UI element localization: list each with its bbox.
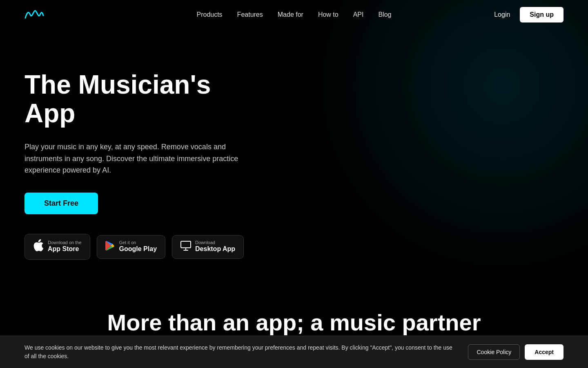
desktop-app-name: Desktop App [195,245,235,254]
hero-description: Play your music in any key, at any speed… [24,141,253,176]
hero-section: The Musician's App Play your music in an… [0,29,286,284]
app-store-label: Download on the [48,240,82,245]
section-bottom-title: More than an app; a music partner [24,309,564,336]
store-buttons: Download on the App Store Get it on Goog… [24,234,261,260]
navbar: Products Features Made for How to API Bl… [0,0,588,29]
desktop-app-text: Download Desktop App [195,240,235,254]
google-play-label: Get it on [119,240,157,245]
logo[interactable] [24,9,44,20]
cookie-actions: Cookie Policy Accept [468,344,564,360]
hero-title: The Musician's App [24,70,261,128]
nav-actions: Login Sign up [494,7,564,22]
app-store-name: App Store [48,245,82,254]
signup-button[interactable]: Sign up [520,7,564,22]
app-store-text: Download on the App Store [48,240,82,254]
google-play-button[interactable]: Get it on Google Play [97,235,165,259]
nav-how-to[interactable]: How to [318,11,339,18]
app-store-button[interactable]: Download on the App Store [24,234,90,260]
desktop-icon [180,240,191,254]
nav-products[interactable]: Products [196,11,222,18]
nav-features[interactable]: Features [237,11,263,18]
start-free-button[interactable]: Start Free [24,193,98,214]
svg-rect-0 [181,241,191,248]
desktop-app-label: Download [195,240,235,245]
google-play-icon [105,240,115,254]
accept-button[interactable]: Accept [525,344,564,360]
login-button[interactable]: Login [494,11,510,18]
cookie-policy-button[interactable]: Cookie Policy [468,344,520,360]
nav-blog[interactable]: Blog [378,11,391,18]
section-bottom: More than an app; a music partner [0,284,588,336]
apple-icon [33,239,44,254]
cookie-text: We use cookies on our website to give yo… [24,343,458,361]
google-play-text: Get it on Google Play [119,240,157,254]
nav-links: Products Features Made for How to API Bl… [196,11,391,18]
google-play-name: Google Play [119,245,157,254]
desktop-app-button[interactable]: Download Desktop App [172,235,244,259]
nav-made-for[interactable]: Made for [278,11,303,18]
nav-api[interactable]: API [353,11,364,18]
cookie-banner: We use cookies on our website to give yo… [0,336,588,368]
